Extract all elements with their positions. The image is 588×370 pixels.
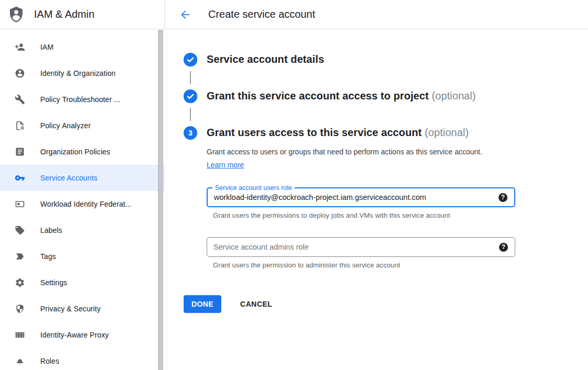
users-role-helper-text: Grant users the permissions to deploy jo… (213, 211, 588, 219)
sidebar-item-identity-aware-proxy[interactable]: Identity-Aware Proxy (0, 322, 165, 348)
sidebar-item-label: Identity & Organization (40, 69, 116, 77)
users-role-input[interactable] (208, 193, 499, 201)
main-header: Create service account (165, 0, 588, 29)
badge-icon (15, 199, 25, 209)
wizard-content: Service account details Grant this servi… (165, 29, 588, 313)
sidebar-item-label: Labels (40, 226, 62, 234)
step-3-title: Grant users access to this service accou… (207, 124, 469, 141)
document-lines-icon (15, 147, 25, 157)
admins-role-field: ? (207, 237, 515, 257)
step-1-row: Service account details (184, 51, 588, 68)
sidebar-item-label: Policy Troubleshooter ... (40, 95, 120, 104)
step-3-description-text: Grant access to users or groups that nee… (207, 148, 482, 156)
shield-icon (15, 304, 25, 314)
step-2-optional-label: (optional) (432, 90, 476, 102)
gear-icon (15, 277, 25, 288)
person-add-icon (15, 42, 25, 52)
sidebar-item-policy-analyzer[interactable]: Policy Analyzer (0, 113, 165, 139)
app-window: IAM & Admin IAM Identity & Organization … (0, 0, 588, 370)
step-2-row: Grant this service account access to pro… (184, 87, 588, 105)
sidebar-scrollbar-track (157, 30, 164, 370)
sidebar-item-label: Roles (40, 357, 59, 365)
admins-role-helper-text: Grant users the permission to administer… (213, 261, 588, 269)
sidebar-header: IAM & Admin (0, 0, 165, 29)
iam-shield-logo-icon (7, 6, 25, 24)
sidebar-item-label: Organization Policies (40, 148, 110, 156)
sidebar-item-roles[interactable]: Roles (0, 348, 165, 370)
hat-icon (15, 356, 25, 366)
sidebar-item-labels[interactable]: Labels (0, 217, 165, 243)
key-icon (15, 173, 25, 183)
learn-more-link[interactable]: Learn more (207, 161, 244, 169)
actions-row: DONE CANCEL (184, 295, 588, 313)
help-icon[interactable]: ? (499, 193, 507, 202)
arrow-tag-icon (15, 251, 25, 262)
step-3-row: 3 Grant users access to this service acc… (184, 124, 588, 141)
sidebar-item-policy-troubleshooter[interactable]: Policy Troubleshooter ... (0, 86, 165, 113)
step-3-number-badge: 3 (184, 126, 197, 140)
sidebar-item-label: Privacy & Security (40, 305, 100, 313)
main-panel: Create service account Service account d… (165, 0, 588, 370)
step-3-number: 3 (188, 129, 193, 137)
tag-icon (15, 225, 25, 236)
sidebar-item-tags[interactable]: Tags (0, 243, 165, 270)
help-icon[interactable]: ? (499, 243, 508, 252)
proxy-icon (15, 330, 25, 340)
users-role-field: Service account users role ? (207, 187, 515, 207)
page-title: Create service account (208, 8, 315, 20)
arrow-back-icon (179, 8, 191, 21)
account-circle-icon (15, 68, 25, 79)
sidebar-item-label: Service Accounts (40, 174, 97, 182)
sidebar-item-label: IAM (40, 43, 53, 51)
step-3-description: Grant access to users or groups that nee… (207, 145, 501, 172)
document-gear-icon (15, 120, 25, 131)
check-circle-icon (184, 53, 197, 66)
step-connector (190, 71, 191, 84)
cancel-button[interactable]: CANCEL (240, 300, 272, 308)
step-2-title: Grant this service account access to pro… (207, 87, 476, 105)
sidebar-item-workload-identity-federation[interactable]: Workload Identity Federat... (0, 191, 165, 217)
sidebar-item-settings[interactable]: Settings (0, 270, 165, 296)
sidebar-item-label: Settings (40, 278, 67, 287)
admins-role-field-block: ? Grant users the permission to administ… (207, 237, 588, 269)
app-title: IAM & Admin (34, 8, 95, 20)
step-1-title: Service account details (207, 51, 324, 68)
sidebar-item-label: Identity-Aware Proxy (40, 331, 109, 339)
users-role-field-block: Service account users role ? Grant users… (207, 187, 588, 219)
back-button[interactable] (179, 8, 191, 21)
sidebar-nav: IAM Identity & Organization Policy Troub… (0, 29, 165, 370)
wrench-icon (15, 94, 25, 105)
sidebar-item-label: Policy Analyzer (40, 121, 91, 130)
sidebar-item-label: Tags (40, 252, 56, 261)
step-connector (190, 108, 191, 121)
step-2-title-text: Grant this service account access to pro… (207, 90, 429, 102)
users-role-label: Service account users role (212, 184, 295, 192)
step-3-optional-label: (optional) (425, 127, 469, 138)
step-3-title-text: Grant users access to this service accou… (207, 127, 422, 138)
sidebar-item-label: Workload Identity Federat... (40, 200, 132, 208)
sidebar-item-identity-organization[interactable]: Identity & Organization (0, 60, 165, 86)
sidebar-scrollbar-thumb[interactable] (158, 30, 163, 370)
sidebar-item-privacy-security[interactable]: Privacy & Security (0, 296, 165, 322)
check-circle-icon (184, 89, 197, 103)
sidebar-item-iam[interactable]: IAM (0, 34, 165, 60)
sidebar: IAM & Admin IAM Identity & Organization … (0, 0, 165, 370)
admins-role-input[interactable] (207, 243, 499, 251)
sidebar-item-service-accounts[interactable]: Service Accounts (0, 165, 165, 191)
done-button[interactable]: DONE (184, 295, 221, 313)
sidebar-item-organization-policies[interactable]: Organization Policies (0, 139, 165, 165)
